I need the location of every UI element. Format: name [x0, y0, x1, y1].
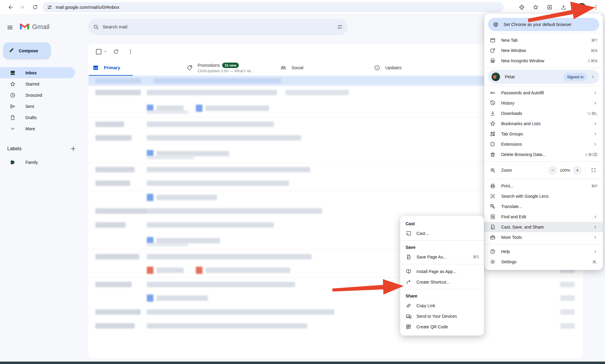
menu-item-settings[interactable]: Settings⌘,: [484, 257, 603, 267]
chevron-right-icon: [593, 132, 597, 136]
bookmark-star-icon[interactable]: [530, 2, 541, 13]
submenu-item-copy-link[interactable]: Copy Link: [400, 300, 484, 311]
sidebar-item-snoozed[interactable]: Snoozed: [0, 89, 78, 101]
menu-item-extensions[interactable]: Extensions: [484, 139, 603, 149]
browser-toolbar: mail.google.com/mail/u/0/#inbox: [0, 0, 605, 15]
extension-diamond-icon[interactable]: [516, 2, 527, 13]
menu-item-tab-groups[interactable]: Tab Groups: [484, 129, 603, 139]
sidebar-item-label: Inbox: [25, 70, 37, 75]
menu-item-passwords-and-autofill[interactable]: Passwords and Autofill: [484, 88, 603, 98]
lens-icon: [490, 193, 496, 199]
tab-primary[interactable]: Primary: [88, 60, 182, 76]
fullscreen-icon[interactable]: [588, 166, 599, 175]
menu-item-bookmarks-and-lists[interactable]: Bookmarks and Lists: [484, 119, 603, 129]
refresh-icon[interactable]: [110, 46, 122, 58]
select-caret-icon[interactable]: [103, 50, 107, 54]
labels-title: Labels: [7, 146, 68, 151]
tab-promotions[interactable]: Promotions31 newClickUpdates 3.50 — What…: [182, 60, 276, 76]
download-tray-icon[interactable]: [558, 2, 569, 13]
extension-a-icon[interactable]: [544, 2, 555, 13]
hamburger-menu-icon[interactable]: [4, 21, 16, 34]
create-shortcut-icon: [406, 279, 412, 285]
sidebar-item-more[interactable]: More: [0, 123, 78, 134]
promotions-tab-icon: [186, 64, 193, 71]
menu-item-label: New Tab: [501, 38, 587, 43]
submenu-item-label: Install Page as App...: [416, 269, 479, 274]
copy-link-icon: [406, 303, 412, 309]
create-label-icon[interactable]: [68, 144, 78, 154]
submenu-item-cast[interactable]: Cast...: [400, 228, 484, 239]
new-tab-icon: [490, 37, 496, 43]
submenu-header-save: Save: [400, 242, 484, 252]
search-bar[interactable]: [88, 19, 348, 35]
email-row[interactable]: [88, 319, 583, 333]
zoom-separator: [585, 167, 585, 174]
compose-button[interactable]: Compose: [3, 42, 51, 59]
profile-name: Petar: [505, 74, 564, 79]
kebab-menu-icon[interactable]: [590, 2, 601, 13]
shortcut-hint: ⌘T: [591, 38, 597, 43]
submenu-item-save-page-as[interactable]: Save Page As...⌘S: [400, 252, 484, 262]
menu-item-label: New Window: [501, 48, 587, 53]
chrome-icon: [493, 21, 499, 28]
zoom-out-button[interactable]: [548, 166, 557, 175]
menu-item-print[interactable]: Print...⌘P: [484, 181, 603, 191]
menu-item-translate[interactable]: Translate...: [484, 201, 603, 212]
menu-item-search-with-google-lens[interactable]: Search with Google Lens: [484, 191, 603, 201]
menu-item-new-window[interactable]: New Window⌘N: [484, 45, 603, 56]
tab-label: Updates: [385, 65, 402, 70]
site-settings-icon[interactable]: [47, 4, 53, 10]
sidebar-item-inbox[interactable]: Inbox: [0, 67, 75, 78]
submenu-item-install-page-as-app[interactable]: Install Page as App...: [400, 266, 484, 277]
submenu-item-create-shortcut[interactable]: Create Shortcut...: [400, 277, 484, 287]
submenu-item-create-qr-code[interactable]: Create QR Code: [400, 321, 484, 332]
tab-updates[interactable]: Updates: [370, 60, 463, 76]
menu-item-new-tab[interactable]: New Tab⌘T: [484, 35, 603, 45]
sidebar-nav: InboxStarredSnoozedSentDraftsMore: [0, 67, 78, 134]
url-text[interactable]: mail.google.com/mail/u/0/#inbox: [56, 5, 119, 10]
menu-item-label: Downloads: [501, 111, 583, 116]
gear-icon: [490, 259, 496, 265]
chev-down-icon: [10, 126, 16, 132]
email-row[interactable]: [88, 291, 583, 305]
menu-item-new-incognito-window[interactable]: New Incognito Window⇧⌘N: [484, 56, 603, 66]
select-all-checkbox[interactable]: [96, 49, 101, 54]
search-input[interactable]: [103, 24, 337, 30]
menu-item-more-tools[interactable]: More Tools: [484, 232, 603, 242]
menu-item-help[interactable]: Help: [484, 246, 603, 257]
submenu-header-cast: Cast: [400, 219, 484, 228]
shortcut-hint: ⌥⌘L: [587, 111, 597, 116]
new-window-icon: [490, 47, 496, 54]
menu-item-delete-browsing-data[interactable]: Delete Browsing Data...⇧⌘⌫: [484, 149, 603, 160]
menu-item-history[interactable]: History: [484, 98, 603, 108]
key-icon: [490, 90, 496, 96]
compose-label: Compose: [19, 48, 38, 53]
menu-item-cast-save-and-share[interactable]: Cast, Save, and Share: [484, 222, 603, 232]
set-default-browser-banner[interactable]: Set Chrome as your default browser: [488, 18, 599, 31]
profile-avatar[interactable]: [577, 3, 586, 11]
zoom-in-button[interactable]: [573, 166, 582, 175]
email-row[interactable]: [88, 277, 583, 291]
zoom-label: Zoom: [501, 168, 548, 173]
sidebar-item-drafts[interactable]: Drafts: [0, 112, 78, 123]
search-options-icon[interactable]: [337, 24, 343, 30]
menu-item-downloads[interactable]: Downloads⌥⌘L: [484, 108, 603, 119]
forward-icon[interactable]: [17, 2, 28, 13]
submenu-item-label: Create QR Code: [416, 324, 479, 329]
back-icon[interactable]: [5, 2, 16, 13]
sidebar-label-family[interactable]: Family: [0, 157, 78, 168]
sidebar-item-label: Drafts: [25, 115, 37, 120]
tab-social[interactable]: Social: [276, 60, 370, 76]
draft-icon: [10, 115, 16, 121]
sidebar-item-sent[interactable]: Sent: [0, 101, 78, 112]
reload-icon[interactable]: [30, 2, 41, 13]
sidebar-item-starred[interactable]: Starred: [0, 78, 78, 89]
list-more-icon[interactable]: [124, 46, 136, 58]
menu-item-find-and-edit[interactable]: Find and Edit: [484, 212, 603, 222]
profile-row[interactable]: PetarSigned in: [488, 70, 599, 84]
email-row[interactable]: [88, 305, 583, 319]
submenu-item-send-to-your-devices[interactable]: Send to Your Devices: [400, 311, 484, 321]
address-bar[interactable]: mail.google.com/mail/u/0/#inbox: [42, 2, 504, 12]
shortcut-hint: ⇧⌘⌫: [585, 152, 597, 157]
menu-divider: [484, 68, 603, 68]
